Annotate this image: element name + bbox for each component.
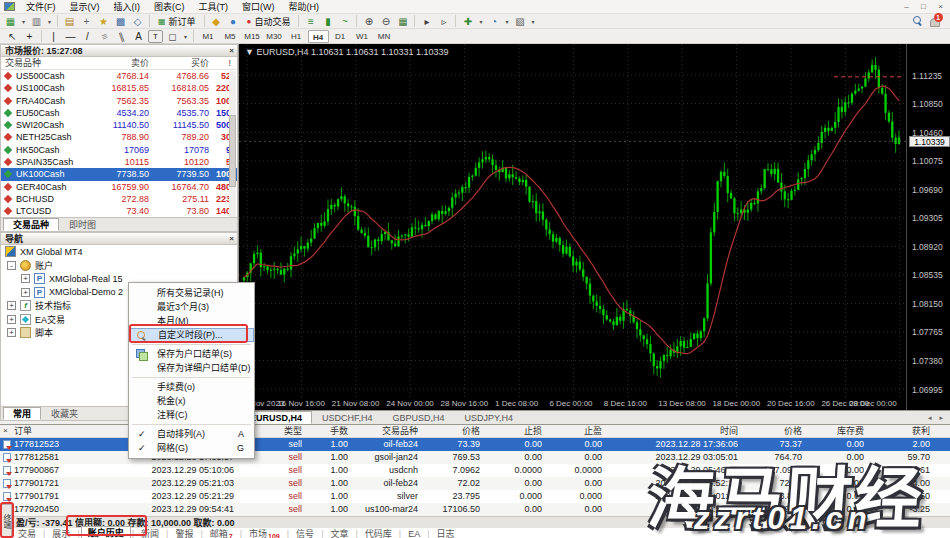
vertical-line-tool-icon[interactable]: | [46, 30, 61, 43]
text-tool-icon[interactable]: A [131, 30, 146, 43]
indicators-icon[interactable]: ✚ [460, 15, 475, 28]
timeframe-D1[interactable]: D1 [330, 30, 351, 43]
terminal-tab-日志[interactable]: 日志 [431, 527, 461, 538]
time-axis[interactable]: 14 Nov 202316 Nov 16:0021 Nov 08:0024 No… [239, 398, 906, 410]
terminal-tab-交易[interactable]: 交易 [12, 527, 42, 538]
market-watch-row[interactable]: BCHUSD272.88275.11223 [1, 193, 237, 205]
autotrade-button[interactable]: ●自动交易 [242, 15, 296, 28]
menu-item-4[interactable]: 工具(T) [192, 0, 236, 14]
tree-expander-icon[interactable]: + [7, 301, 16, 310]
close-icon[interactable]: × [229, 234, 234, 244]
price-axis[interactable]: 1.112351.108501.104601.100751.096901.093… [906, 44, 950, 410]
timeframe-M1[interactable]: M1 [198, 30, 219, 43]
context-menu-item[interactable]: 最近3个月(3) [129, 300, 254, 314]
chart-tab-scroll-arrows[interactable]: ◂ ▸ [928, 414, 946, 422]
dropdown-caret-icon[interactable]: ▾ [503, 15, 510, 28]
context-menu-item[interactable]: 保存为户口结单(S) [129, 347, 254, 361]
context-menu-item[interactable]: 税金(x) [129, 394, 254, 408]
market-watch-tab-即时图[interactable]: 即时图 [59, 218, 106, 231]
new-order-button[interactable]: ▦新订单 [153, 15, 201, 28]
metaeditor-icon[interactable]: ◆ [209, 15, 224, 28]
close-icon[interactable]: × [3, 426, 8, 435]
channel-tool-icon[interactable]: ∥ [112, 27, 131, 44]
terminal-tab-信号[interactable]: 信号 [290, 527, 320, 538]
dropdown-caret-icon[interactable]: ▾ [182, 30, 189, 43]
timeframe-M15[interactable]: M15 [242, 30, 263, 43]
orders-col-4[interactable]: 交易品种 [352, 425, 418, 438]
timeframe-W1[interactable]: W1 [352, 30, 373, 43]
nav-tree-item[interactable]: -账户 [1, 259, 237, 273]
tree-expander-icon[interactable]: + [7, 328, 16, 337]
navigator-tab-收藏夹[interactable]: 收藏夹 [41, 407, 88, 420]
tile-windows-icon[interactable]: ▦ [395, 15, 410, 28]
terminal-tab-市场[interactable]: 市场109 [243, 527, 286, 538]
market-watch-row[interactable]: HK50Cash17069170789 [1, 144, 237, 156]
menu-item-1[interactable]: 显示(V) [63, 0, 107, 14]
tree-expander-icon[interactable]: + [21, 274, 30, 283]
close-icon[interactable]: × [934, 1, 947, 12]
orders-col-0[interactable]: 订单 [14, 425, 94, 438]
periods-icon[interactable]: ◔ [486, 15, 501, 28]
market-watch-row[interactable]: GER40Cash16759.9016764.70480 [1, 181, 237, 193]
context-menu-item[interactable]: ✓网格(G)G [129, 441, 254, 455]
timeframe-M30[interactable]: M30 [264, 30, 285, 43]
menu-item-5[interactable]: 窗口(W) [235, 0, 282, 14]
tree-expander-icon[interactable]: - [7, 261, 16, 270]
terminal-tab-邮箱[interactable]: 邮箱7 [204, 527, 239, 538]
data-window-toggle-icon[interactable]: + [79, 15, 94, 28]
context-menu-item[interactable]: 手续费(o) [129, 380, 254, 394]
context-menu-item[interactable]: ✓自动排列(A)A [129, 427, 254, 441]
mql-community-icon[interactable]: ● [226, 15, 241, 28]
minimize-icon[interactable]: – [900, 1, 913, 12]
profiles-icon[interactable]: ▥ [29, 15, 44, 28]
label-tool-icon[interactable]: T [148, 30, 163, 43]
terminal-tab-警报[interactable]: 警报 [169, 527, 199, 538]
orders-col-5[interactable]: 价格 [422, 425, 480, 438]
candle-chart-icon[interactable]: ▮ [320, 15, 335, 28]
market-watch-row[interactable]: US100Cash16815.8516818.05220 [1, 82, 237, 94]
terminal-tab-代码库[interactable]: 代码库 [359, 527, 398, 538]
dropdown-caret-icon[interactable]: ▾ [529, 15, 536, 28]
chart-shift-icon[interactable]: ▹ [436, 15, 451, 28]
market-watch-row[interactable]: EU50Cash4534.204535.70150 [1, 107, 237, 119]
orders-col-10[interactable]: 库存费 [806, 425, 864, 438]
orders-col-6[interactable]: 止损 [484, 425, 542, 438]
new-chart-icon[interactable]: ▦ [3, 15, 18, 28]
strategy-tester-icon[interactable]: ◇ [130, 15, 145, 28]
market-watch-row[interactable]: SPAIN35Cash10115101205 [1, 156, 237, 168]
orders-col-11[interactable]: 获利 [868, 425, 930, 438]
auto-scroll-icon[interactable]: ▸ [419, 15, 434, 28]
chart-tab-USDCHF,H4[interactable]: USDCHF,H4 [312, 411, 383, 424]
terminal-tab-EA[interactable]: EA [402, 529, 426, 538]
market-watch-scrollbar[interactable] [229, 71, 236, 217]
search-icon[interactable] [910, 15, 925, 28]
menu-item-0[interactable]: 文件(F) [19, 0, 63, 14]
chart-tab-GBPUSD,H4[interactable]: GBPUSD,H4 [383, 411, 455, 424]
chart-window[interactable]: ▼ EURUSD,H4 1.10631 1.10631 1.10331 1.10… [238, 44, 950, 410]
context-menu-item[interactable]: 保存为详细户口结单(D) [129, 361, 254, 375]
templates-icon[interactable]: ▧ [512, 15, 527, 28]
zoom-out-icon[interactable]: ⊖ [378, 15, 393, 28]
close-icon[interactable]: × [229, 46, 234, 56]
orders-col-8[interactable]: 时间 [606, 425, 738, 438]
orders-col-9[interactable]: 价格 [742, 425, 802, 438]
market-watch-row[interactable]: FRA40Cash7562.357563.35100 [1, 95, 237, 107]
restore-icon[interactable]: □ [917, 1, 930, 12]
chart-plot-area[interactable]: ▼ EURUSD,H4 1.10631 1.10631 1.10331 1.10… [239, 44, 906, 398]
horizontal-line-tool-icon[interactable]: — [63, 30, 78, 43]
market-watch-row[interactable]: SWI20Cash11140.5011145.50500 [1, 119, 237, 131]
chart-tab-USDJPY,H4[interactable]: USDJPY,H4 [455, 411, 523, 424]
context-menu-item[interactable]: 所有交易记录(H) [129, 286, 254, 300]
navigator-toggle-icon[interactable]: ★ [96, 15, 111, 28]
bar-chart-icon[interactable]: ≡ [303, 15, 318, 28]
nav-tree-item[interactable]: XM Global MT4 [1, 245, 237, 259]
timeframe-M5[interactable]: M5 [220, 30, 241, 43]
market-watch-row[interactable]: NETH25Cash788.90789.2030 [1, 131, 237, 143]
context-menu-item[interactable]: 注释(C) [129, 408, 254, 422]
market-watch-toggle-icon[interactable]: ▤ [62, 15, 77, 28]
menu-item-2[interactable]: 插入(I) [107, 0, 148, 14]
terminal-toggle-icon[interactable]: ▩ [113, 15, 128, 28]
orders-col-3[interactable]: 手数 [306, 425, 348, 438]
terminal-tab-文章[interactable]: 文章 [324, 527, 354, 538]
timeframe-H4[interactable]: H4 [308, 30, 329, 43]
